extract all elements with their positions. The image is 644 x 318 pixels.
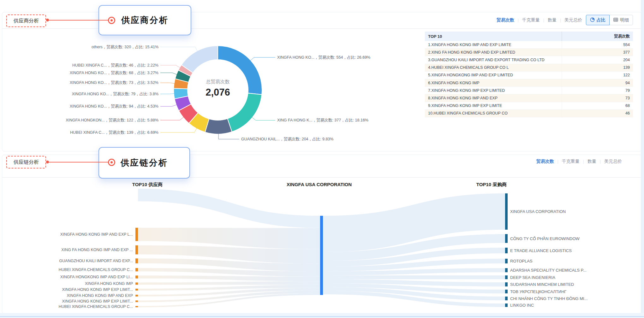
sankey-supplier-node[interactable]: [135, 275, 138, 278]
sankey-buyer-node[interactable]: [505, 303, 508, 307]
sankey-buyer-label: LINKGO INC: [510, 303, 534, 308]
table-row: 7.XINGFA HONG KONG IMP EXP LIMITED79: [425, 87, 633, 94]
supplier-tag-label: 供应商分析: [14, 18, 39, 24]
page-scrollbar-track[interactable]: [641, 0, 644, 318]
sankey-supplier-node[interactable]: [135, 258, 138, 263]
sankey-buyer-node[interactable]: [505, 234, 508, 243]
donut-slice[interactable]: [205, 119, 232, 134]
table-cell-value: 122: [562, 72, 633, 79]
table-cell-value: 204: [562, 56, 633, 63]
sankey-buyer-label: ADARSHA SPECIALITY CHEMICALS P...: [510, 268, 587, 273]
donut-leader-line: [218, 133, 239, 139]
tab-separator: |: [600, 159, 601, 164]
table-row: 3.GUANGZHOU KAILI IMPORT AND EXPORT TRAD…: [425, 56, 633, 64]
sankey-buyer-node[interactable]: [505, 275, 508, 279]
donut-center: 总贸易次数 2,076: [183, 79, 253, 98]
sankey-buyer-node[interactable]: [505, 282, 508, 286]
supplier-metric-tab-3[interactable]: 美元总价: [564, 17, 582, 23]
sankey-supplier-node[interactable]: [135, 289, 138, 291]
sankey-buyer-node[interactable]: [505, 297, 508, 300]
sankey-buyer-node[interactable]: [505, 259, 508, 263]
sankey-supplier-label: GUANGZHOU KAILI IMPORT AND EXP...: [59, 259, 133, 263]
sankey-supplier-label: XING FA HONG KONG IMP AND EXP ...: [61, 248, 133, 252]
donut-leader-line: [252, 117, 275, 120]
sankey-buyer-label: E TRADE ALLIANCE LOGISTICS: [510, 248, 572, 253]
sankey-supplier-label: XINGFA HONG KONG IMP EXP LIMIT...: [62, 287, 133, 292]
chain-metric-tab-2[interactable]: 数量: [587, 159, 596, 164]
sankey-flow: [138, 281, 320, 285]
donut-label: XING FA HONG K...，贸易次数: 377，占比: 18.16%: [277, 118, 368, 122]
top10-table: TOP 10 贸易次数 1.XINGFA HONG KONG IMP AND E…: [425, 32, 633, 117]
bottom-edge-strip: [0, 313, 644, 318]
supplier-metric-tab-2[interactable]: 数量: [548, 17, 557, 23]
table-header-row: TOP 10 贸易次数: [425, 32, 633, 41]
sankey-center-node[interactable]: [320, 216, 323, 295]
ratio-view-label: 占比: [597, 17, 605, 23]
donut-label: GUANGZHOU KAIL...，贸易次数: 204，占比: 9.83%: [241, 137, 333, 141]
table-row: 1.XINGFA HONG KONG IMP AND EXP LIMITE554: [425, 41, 633, 49]
table-cell-name: 9.XINGFA HONG KONG IMP EXP LIMITE: [425, 102, 562, 109]
sankey-supplier-label: HUBEI XINGFA CHEMICALS GROUP C...: [59, 268, 133, 272]
table-cell-name: 5.XINGFA HONGKONG IMP AND EXP LIMITED: [425, 72, 562, 79]
supplier-metric-tab-1[interactable]: 千克重量: [522, 17, 540, 23]
donut-label: XINGFA HONGKON...，贸易次数: 122，占比: 5.88%: [66, 118, 158, 122]
tab-separator: |: [583, 159, 584, 164]
supplier-metric-tab-0[interactable]: 贸易次数: [497, 17, 514, 23]
trade-analysis-dashboard: 供应商分析 供应商分析 贸易次数|千克重量|数量|美元总价 占比: [0, 0, 644, 318]
sankey-supplier-label: XINGFA HONGKONG IMP AND EXP LI...: [60, 275, 133, 279]
table-cell-name: 10.HUBEI XINGFA CHEMICALS GROUP CO: [425, 110, 562, 117]
annotation-target-icon-2: [108, 159, 115, 166]
donut-label: others，贸易次数: 320，占比: 15.41%: [92, 45, 158, 49]
tab-separator: |: [518, 18, 519, 22]
tab-separator: |: [560, 18, 561, 22]
table-cell-value: 377: [562, 49, 633, 56]
sankey-supplier-node[interactable]: [135, 306, 138, 307]
table-row: 8.XINGFA HONG KONG IMP AND EXP73: [425, 94, 633, 102]
table-icon: [613, 17, 618, 23]
chain-tag-label: 供应链分析: [14, 159, 39, 166]
ratio-view-button[interactable]: 占比: [586, 15, 610, 25]
annotation-target-icon: [108, 17, 115, 24]
sankey-supplier-label: XINGFA HONG KONG IMP EXP LIMIT...: [62, 299, 133, 303]
table-row: 9.XINGFA HONG KONG IMP EXP LIMITE68: [425, 102, 633, 110]
chain-metric-tabs: 贸易次数|千克重量|数量|美元总价: [536, 159, 622, 164]
sankey-supplier-node[interactable]: [135, 245, 138, 255]
table-header-metric: 贸易次数: [562, 32, 633, 41]
sankey-supplier-node[interactable]: [135, 300, 138, 302]
chain-metric-tab-3[interactable]: 美元总价: [604, 159, 622, 164]
sankey-supplier-node[interactable]: [135, 268, 138, 272]
sankey-supplier-label: XINGFA HONG KONG IMP: [85, 281, 133, 286]
sankey-col-buyers: TOP10 采购商: [447, 182, 536, 188]
sankey-supplier-node[interactable]: [135, 295, 138, 297]
detail-view-button[interactable]: 明细: [609, 15, 633, 25]
table-cell-value: 554: [562, 41, 633, 48]
sankey-buyer-node[interactable]: [505, 248, 508, 253]
table-cell-name: 7.XINGFA HONG KONG IMP EXP LIMITED: [425, 87, 562, 94]
sankey-buyer-node[interactable]: [505, 290, 508, 293]
supplier-callout-title: 供应商分析: [121, 15, 169, 26]
tab-separator: |: [543, 18, 544, 22]
donut-slice[interactable]: [228, 93, 262, 132]
sankey-supplier-node[interactable]: [135, 228, 138, 241]
donut-label: HUBEI XINGFA C...，贸易次数: 139，占比: 6.69%: [70, 130, 158, 135]
table-cell-name: 2.XING FA HONG KONG IMP AND EXP LIMITED: [425, 49, 562, 56]
chain-metric-tab-0[interactable]: 贸易次数: [536, 159, 554, 164]
chain-callout-title: 供应链分析: [121, 157, 168, 168]
table-body: 1.XINGFA HONG KONG IMP AND EXP LIMITE554…: [425, 41, 633, 117]
donut-label: XINGFA HONG KO...，贸易次数: 68，占比: 3.27%: [70, 71, 158, 75]
sankey-flow: [138, 189, 320, 228]
sankey-buyer-node[interactable]: [505, 268, 508, 272]
donut-leader-line: [250, 57, 275, 61]
table-cell-name: 4.HUBEI XINGFA CHEMICALS GROUP CO L: [425, 64, 562, 71]
sankey-supplier-node[interactable]: [135, 282, 138, 285]
view-toggle-group: 占比 明细: [586, 15, 633, 25]
sankey-supplier-label: XINGFA HONG KONG IMP AND EXP: [67, 293, 133, 298]
table-row: 10.HUBEI XINGFA CHEMICALS GROUP CO46: [425, 110, 633, 117]
donut-leader-line: [160, 73, 177, 75]
donut-label: XINGFA HONG KO...，贸易次数: 554，占比: 26.69%: [277, 55, 370, 60]
sankey-buyer-node[interactable]: [505, 193, 508, 230]
table-cell-value: 73: [562, 94, 633, 102]
donut-slice[interactable]: [182, 46, 218, 73]
chain-metric-tab-1[interactable]: 千克重量: [562, 159, 580, 164]
tab-separator: |: [558, 159, 558, 164]
